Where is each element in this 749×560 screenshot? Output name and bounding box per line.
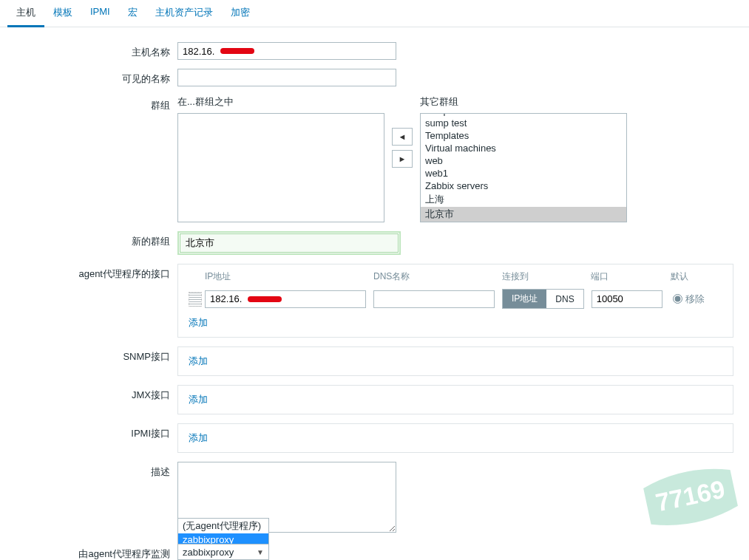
add-agent-interface-link[interactable]: 添加 [189,316,208,329]
header-dns: DNS名称 [373,270,502,283]
header-default: 默认 [671,270,722,283]
header-port: 端口 [591,270,671,283]
add-jmx-interface-link[interactable]: 添加 [189,393,208,406]
other-groups-list[interactable]: pingsnmp testsump testTemplatesVirtual m… [420,113,627,222]
jmx-interface-box: 添加 [177,385,733,414]
other-group-option[interactable]: web [421,154,626,167]
agent-dns-input[interactable] [373,290,495,308]
agent-interface-row: IP地址 DNS 移除 [189,289,722,309]
tab-ipmi[interactable]: IPMI [81,0,119,27]
label-snmp-if: SNMP接口 [0,346,177,363]
connect-ip-button[interactable]: IP地址 [503,290,546,308]
add-ipmi-interface-link[interactable]: 添加 [189,431,208,445]
tab-inventory[interactable]: 主机资产记录 [146,0,222,27]
proxy-option[interactable]: (无agent代理程序) [178,519,268,533]
triangle-left-icon: ◄ [399,132,407,141]
proxy-select-value: zabbixproxy [183,547,234,558]
label-new-group: 新的群组 [0,231,177,248]
new-group-input[interactable] [180,233,399,253]
header-connect: 连接到 [502,270,591,283]
label-ipmi-if: IPMI接口 [0,423,177,440]
label-agent-if: agent代理程序的接口 [0,264,177,281]
agent-ip-input[interactable] [205,290,366,308]
tab-host[interactable]: 主机 [7,0,44,27]
label-jmx-if: JMX接口 [0,385,177,402]
add-snmp-interface-link[interactable]: 添加 [189,355,208,368]
other-group-option[interactable]: Virtual machines [421,142,626,154]
label-description: 描述 [0,462,177,479]
other-group-option[interactable]: 上海 [421,192,626,207]
label-other-groups: 其它群组 [420,95,627,109]
label-monitored-by: 由agent代理程序监测 [0,544,177,560]
label-host-name: 主机名称 [0,42,177,59]
move-right-button[interactable]: ► [392,150,413,168]
drag-handle-icon[interactable] [189,292,202,307]
default-interface-radio[interactable] [673,294,682,304]
connect-to-toggle: IP地址 DNS [502,289,584,309]
header-ip: IP地址 [205,270,373,283]
other-group-option[interactable]: 北京市 [421,207,626,222]
chevron-down-icon: ▼ [257,548,264,556]
label-in-groups: 在...群组之中 [177,95,384,109]
other-group-option[interactable]: Templates [421,129,626,142]
label-groups: 群组 [0,95,177,112]
connect-dns-button[interactable]: DNS [546,290,583,308]
in-groups-list[interactable] [177,113,384,222]
proxy-select[interactable]: zabbixproxy ▼ [177,544,269,560]
other-group-option[interactable]: sump test [421,117,626,129]
agent-port-input[interactable] [592,290,662,308]
snmp-interface-box: 添加 [177,346,733,376]
remove-interface-link[interactable]: 移除 [685,293,705,306]
other-group-option[interactable]: Zabbix servers [421,180,626,192]
other-group-option[interactable]: web1 [421,167,626,180]
tab-macros[interactable]: 宏 [119,0,146,27]
ipmi-interface-box: 添加 [177,423,733,453]
tab-templates[interactable]: 模板 [44,0,81,27]
visible-name-input[interactable] [177,69,396,86]
label-visible-name: 可见的名称 [0,69,177,86]
tab-bar: 主机 模板 IPMI 宏 主机资产记录 加密 [0,0,749,27]
agent-interface-box: IP地址 DNS名称 连接到 端口 默认 IP地址 DNS [177,264,733,338]
move-left-button[interactable]: ◄ [392,128,413,146]
triangle-right-icon: ► [399,154,407,163]
tab-encryption[interactable]: 加密 [222,0,259,27]
host-name-input[interactable] [177,42,396,60]
